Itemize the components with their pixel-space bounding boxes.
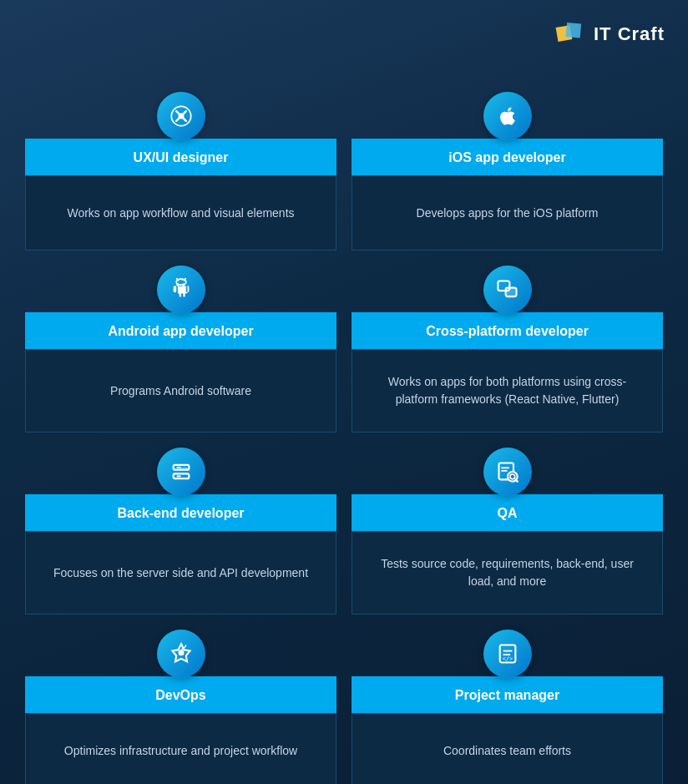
- card-ux-ui-body: Works on app workflow and visual element…: [25, 175, 336, 250]
- card-devops-desc: Optimizes infrastructure and project wor…: [64, 742, 297, 760]
- card-android-desc: Programs Android software: [110, 382, 251, 400]
- card-crossplatform-title: Cross-platform developer: [426, 324, 589, 338]
- card-crossplatform-desc: Works on apps for both platforms using c…: [369, 373, 645, 408]
- card-qa-body: Tests source code, requirements, back-en…: [352, 531, 663, 615]
- card-devops-title: DevOps: [155, 688, 205, 702]
- svg-rect-13: [173, 473, 189, 478]
- card-qa-title: QA: [498, 506, 518, 520]
- svg-rect-11: [506, 289, 515, 296]
- card-crossplatform-developer: Cross-platform developer Works on apps f…: [352, 266, 663, 432]
- svg-rect-1: [566, 23, 582, 38]
- logo: IT Craft: [555, 18, 665, 50]
- backend-icon: </>: [169, 460, 193, 483]
- design-icon: [169, 104, 193, 128]
- ios-icon-circle: [483, 92, 532, 140]
- card-android-body: Programs Android software: [25, 349, 336, 432]
- card-ios-title-bar: iOS app developer: [352, 139, 663, 175]
- android-icon-circle: [157, 266, 205, 314]
- card-ux-ui-title-bar: UX/UI designer: [25, 139, 336, 175]
- pm-icon: </>: [496, 642, 519, 665]
- cards-grid: UX/UI designer Works on app workflow and…: [0, 0, 688, 784]
- card-project-manager: </> Project manager Coordinates team eff…: [352, 630, 663, 784]
- card-crossplatform-body: Works on apps for both platforms using c…: [352, 349, 663, 432]
- card-qa: QA Tests source code, requirements, back…: [352, 448, 663, 615]
- svg-text:</>: </>: [180, 466, 188, 471]
- devops-icon: [169, 642, 193, 665]
- svg-text:</>: </>: [502, 655, 513, 662]
- card-ux-ui-desc: Works on app workflow and visual element…: [67, 205, 294, 222]
- card-devops-title-bar: DevOps: [25, 676, 336, 713]
- pm-icon-circle: </>: [483, 630, 532, 678]
- card-ux-ui-title: UX/UI designer: [134, 150, 229, 164]
- ux-ui-icon-circle: [157, 92, 205, 140]
- card-qa-desc: Tests source code, requirements, back-en…: [369, 555, 645, 590]
- card-android-title-bar: Android app developer: [25, 312, 336, 349]
- card-backend-developer: </> Back-end developer Focuses on the se…: [25, 448, 336, 615]
- card-devops-body: Optimizes infrastructure and project wor…: [25, 713, 336, 784]
- svg-point-5: [178, 114, 184, 119]
- card-ios-desc: Develops apps for the iOS platform: [417, 205, 599, 222]
- logo-text: IT Craft: [594, 23, 665, 45]
- card-backend-body: Focuses on the server side and API devel…: [25, 531, 336, 615]
- card-backend-title-bar: Back-end developer: [25, 494, 336, 531]
- devops-icon-circle: [157, 630, 205, 678]
- crossplatform-icon-circle: [483, 266, 532, 314]
- crossplatform-icon: [496, 278, 519, 301]
- card-devops: DevOps Optimizes infrastructure and proj…: [25, 630, 336, 784]
- card-backend-desc: Focuses on the server side and API devel…: [53, 564, 308, 582]
- card-qa-title-bar: QA: [352, 494, 663, 531]
- qa-icon: [496, 460, 519, 483]
- card-ios-developer: iOS app developer Develops apps for the …: [352, 92, 663, 250]
- apple-icon: [496, 104, 519, 128]
- card-pm-desc: Coordinates team efforts: [443, 742, 571, 760]
- card-ios-title: iOS app developer: [448, 150, 565, 164]
- card-pm-body: Coordinates team efforts: [352, 713, 663, 784]
- card-pm-title: Project manager: [455, 688, 559, 702]
- card-backend-title: Back-end developer: [117, 506, 244, 520]
- card-pm-title-bar: Project manager: [352, 676, 663, 713]
- logo-icon: [555, 18, 587, 50]
- svg-point-24: [178, 650, 184, 655]
- card-crossplatform-title-bar: Cross-platform developer: [352, 312, 663, 349]
- backend-icon-circle: </>: [157, 448, 205, 496]
- android-icon: [169, 278, 193, 301]
- card-android-title: Android app developer: [108, 324, 253, 338]
- card-ios-body: Develops apps for the iOS platform: [352, 175, 663, 250]
- svg-line-19: [515, 479, 517, 481]
- card-android-developer: Android app developer Programs Android s…: [25, 266, 336, 432]
- qa-icon-circle: [483, 448, 532, 496]
- card-ux-ui-designer: UX/UI designer Works on app workflow and…: [25, 92, 336, 250]
